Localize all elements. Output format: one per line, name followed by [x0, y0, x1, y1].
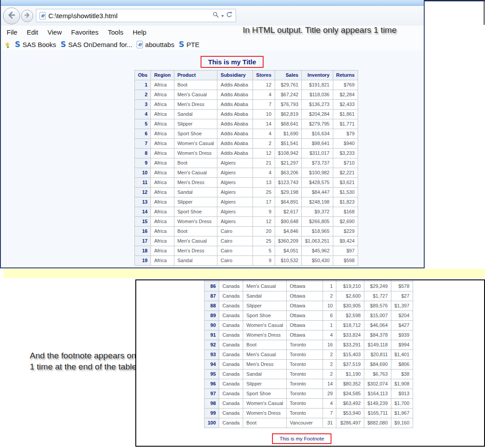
data-cell: Addis Ababa	[217, 139, 253, 149]
menu-item-file[interactable]: File	[7, 28, 17, 36]
data-cell: $427	[391, 321, 413, 330]
obs-cell: 94	[205, 360, 219, 369]
obs-cell: 89	[205, 311, 219, 321]
menu-item-help[interactable]: Help	[133, 28, 146, 36]
data-cell: Canada	[219, 340, 243, 350]
data-cell: $165,711	[364, 409, 391, 418]
data-cell: Toronto	[286, 389, 323, 399]
data-cell: $76,793	[275, 100, 302, 110]
data-cell: $63,206	[275, 168, 302, 178]
data-cell: 1	[323, 321, 336, 330]
address-bar[interactable]: e C:\temp\showtitle3.html ▾	[36, 9, 236, 22]
favorite-item-abouttabs[interactable]: e abouttabs	[137, 41, 174, 48]
data-cell: $1,727	[364, 291, 391, 301]
menu-item-view[interactable]: View	[47, 28, 62, 36]
obs-cell: 87	[205, 291, 219, 301]
forward-button[interactable]	[21, 10, 33, 22]
data-cell: $18,965	[302, 227, 333, 236]
data-cell: $123,743	[275, 178, 302, 188]
data-cell: 12	[253, 149, 275, 158]
data-cell: $428,575	[302, 178, 333, 188]
menu-item-favorites[interactable]: Favorites	[71, 28, 99, 36]
data-cell: Canada	[219, 379, 243, 389]
refresh-icon[interactable]	[226, 12, 233, 20]
data-cell: $53,940	[336, 409, 364, 418]
data-cell: Canada	[219, 301, 243, 311]
data-cell: Sandal	[174, 110, 217, 119]
favorite-item-sas-books[interactable]: S SAS Books	[15, 41, 56, 48]
data-cell: $1,530	[333, 188, 358, 197]
obs-cell: 15	[135, 217, 151, 227]
data-cell: Ottawa	[286, 311, 323, 321]
data-cell: $136,273	[302, 100, 333, 110]
data-cell: $248,198	[302, 197, 333, 207]
data-cell: 2	[323, 291, 336, 301]
data-cell: Africa	[151, 188, 174, 197]
data-cell: Africa	[151, 129, 174, 139]
data-cell: 4	[323, 330, 336, 340]
obs-cell: 19	[135, 256, 151, 266]
data-cell: 13	[253, 178, 275, 188]
obs-cell: 1	[135, 80, 151, 90]
data-cell: Boot	[174, 80, 217, 90]
table-row: 97CanadaSport ShoeToronto29$34,585$164,1…	[205, 389, 413, 399]
data-cell: Africa	[151, 197, 174, 207]
data-cell: Men's Dress	[174, 178, 217, 188]
table-row: 7AfricaWomen's CasualAddis Ababa2$51,541…	[135, 139, 358, 149]
table-row: 86CanadaMen's CasualOttawa1$19,210$29,24…	[205, 282, 413, 291]
favorites-bar: ★ ▶ S SAS Books S SAS OnDemand for... e …	[1, 38, 424, 51]
table-row: 95CanadaSandalToronto2$1,190$6,763$38	[205, 369, 413, 379]
data-cell: 2	[253, 139, 275, 149]
search-dropdown-caret-icon[interactable]: ▾	[221, 13, 224, 18]
data-cell: 10	[253, 110, 275, 119]
data-cell: $1,063,251	[302, 236, 333, 246]
add-favorite-star-icon[interactable]: ★ ▶	[4, 41, 10, 48]
data-cell: Boot	[174, 158, 217, 168]
data-table-top: Obs Region Product Subsidiary Stores Sal…	[134, 70, 358, 266]
data-cell: Sandal	[174, 256, 217, 266]
table-row: 12AfricaSandalAlgiers25$29,198$84,447$1,…	[135, 188, 358, 197]
table-row: 93CanadaMen's CasualToronto2$15,403$20,8…	[205, 350, 413, 360]
col-header-subsidiary: Subsidiary	[217, 71, 253, 80]
favorite-item-pte[interactable]: S PTE	[179, 41, 199, 48]
obs-cell: 86	[205, 282, 219, 291]
data-cell: $2,433	[333, 100, 358, 110]
col-header-inventory: Inventory	[302, 71, 333, 80]
data-cell: Algiers	[217, 217, 253, 227]
search-icon[interactable]	[213, 12, 219, 20]
ie-logo-glyph: e	[138, 41, 142, 47]
screenshot-root: e C:\temp\showtitle3.html ▾	[0, 0, 485, 448]
obs-cell: 10	[135, 168, 151, 178]
data-cell: $90,648	[275, 217, 302, 227]
bottom-table-body: 86CanadaMen's CasualOttawa1$19,210$29,24…	[205, 280, 413, 428]
table-row: 91CanadaWomen's DressOttawa4$33,824$84,3…	[205, 330, 413, 340]
table-row: 15AfricaWomen's DressAlgiers12$90,648$26…	[135, 217, 358, 227]
data-cell: $64,891	[275, 197, 302, 207]
address-url[interactable]: C:\temp\showtitle3.html	[48, 12, 210, 20]
data-cell: $286,497	[336, 418, 364, 428]
data-cell: $1,823	[333, 197, 358, 207]
data-cell: $80,352	[336, 379, 364, 389]
menu-item-tools[interactable]: Tools	[108, 28, 123, 36]
obs-cell: 9	[135, 158, 151, 168]
table-row: 10AfricaMen's CasualAlgiers4$63,206$100,…	[135, 168, 358, 178]
menu-item-edit[interactable]: Edit	[27, 28, 38, 36]
data-cell: $1,700	[391, 399, 413, 409]
data-cell: $2,221	[333, 168, 358, 178]
data-cell: Canada	[219, 291, 243, 301]
data-cell: Sandal	[174, 188, 217, 197]
favorite-item-sas-ondemand[interactable]: S SAS OnDemand for...	[61, 41, 133, 48]
table-row: 98CanadaWomen's CasualToronto4$63,492$14…	[205, 399, 413, 409]
obs-cell: 12	[135, 188, 151, 197]
highlight-strip	[4, 269, 485, 278]
data-cell: Cairo	[217, 256, 253, 266]
table-row: 90CanadaWomen's CasualOttawa1$18,712$46,…	[205, 321, 413, 330]
data-cell: 2	[323, 350, 336, 360]
table-row: 100CanadaBootVancouver31$286,497$882,080…	[205, 418, 413, 428]
data-cell: Canada	[219, 399, 243, 409]
data-cell: $1,397	[391, 301, 413, 311]
back-button[interactable]	[3, 8, 20, 24]
data-cell: Women's Dress	[174, 149, 217, 158]
data-cell: $1,861	[333, 110, 358, 119]
data-cell: Canada	[219, 311, 243, 321]
